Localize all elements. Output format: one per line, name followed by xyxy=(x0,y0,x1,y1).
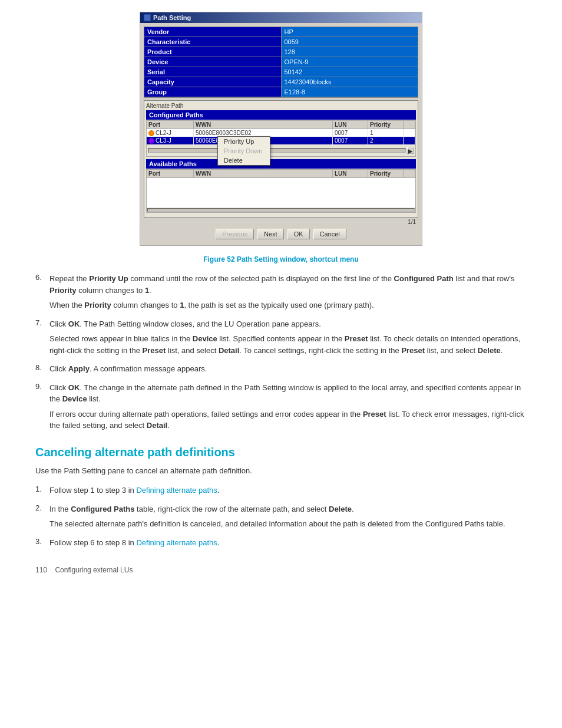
step-6-text: Repeat the Priority Up command until the… xyxy=(49,273,527,296)
cancel-step-2-bold1: Configured Paths xyxy=(71,505,134,513)
cancel-step-2-number: 2. xyxy=(35,503,45,512)
step-9-item: 9. Click OK. The change in the alternate… xyxy=(35,382,527,431)
window-title: Path Setting xyxy=(153,14,191,21)
step-6-sub-val: 1 xyxy=(180,301,184,309)
window-icon xyxy=(144,14,151,21)
step-9-number: 9. xyxy=(35,382,45,391)
next-button[interactable]: Next xyxy=(257,229,284,239)
avail-col-lun: LUN xyxy=(333,170,368,177)
step-7-sub-bold4: Detail xyxy=(219,346,239,355)
menu-delete[interactable]: Delete xyxy=(218,156,270,165)
step-7-item: 7. Click OK. The Path Setting window clo… xyxy=(35,318,527,357)
col-extra xyxy=(404,121,415,129)
row2-port: CL3-J xyxy=(147,137,194,144)
avail-col-extra xyxy=(404,170,415,177)
step-6-sub: When the Priority column changes to 1, t… xyxy=(49,299,527,311)
step-7-sub-bold3: Preset xyxy=(143,346,166,355)
row2-priority: 2 xyxy=(368,137,404,144)
product-value: 128 xyxy=(282,47,418,57)
step-9-text: Click OK. The change in the alternate pa… xyxy=(49,382,527,405)
step-9-sub-bold2: Detail xyxy=(147,421,167,430)
configured-scroll-area: ▶ xyxy=(147,144,415,156)
row1-priority: 1 xyxy=(368,129,404,137)
ok-button[interactable]: OK xyxy=(287,229,310,239)
row2-lun: 0007 xyxy=(333,137,368,144)
step-7-sub-bold2: Preset xyxy=(345,334,368,343)
step-9-bold-cmd: OK xyxy=(68,383,80,392)
cancel-steps-list: 1. Follow step 1 to step 3 in Defining a… xyxy=(35,485,527,548)
cancel-step-2-content: In the Configured Paths table, right-cli… xyxy=(49,503,527,530)
menu-priority-up[interactable]: Priority Up xyxy=(218,137,270,146)
available-scroll-area xyxy=(147,207,415,212)
cancel-step-3-number: 3. xyxy=(35,537,45,546)
field-grid: Vendor HP Characteristic 0059 Product 12… xyxy=(144,27,418,98)
step-7-sub-bold5: Preset xyxy=(401,346,425,355)
menu-priority-down[interactable]: Priority Down xyxy=(218,146,270,156)
page-indicator: 1/1 xyxy=(144,218,418,226)
step-7-content: Click OK. The Path Setting window closes… xyxy=(49,318,527,357)
step-6-bold-cmd: Priority Up xyxy=(89,274,128,283)
avail-col-priority: Priority xyxy=(368,170,404,177)
cancel-step-2-sub: The selected alternate path's definition… xyxy=(49,518,527,530)
step-7-bold-cmd: OK xyxy=(68,319,80,328)
step-6-item: 6. Repeat the Priority Up command until … xyxy=(35,273,527,311)
capacity-label: Capacity xyxy=(144,77,281,87)
step-8-number: 8. xyxy=(35,363,45,372)
context-menu: Priority Up Priority Down Delete xyxy=(217,136,270,166)
alternate-path-section: Alternate Path Configured Paths Port WWN… xyxy=(144,100,418,218)
cancel-step-1-number: 1. xyxy=(35,485,45,493)
step-6-bold-val: 1 xyxy=(145,286,149,295)
group-value: E128-8 xyxy=(282,87,418,97)
serial-label: Serial xyxy=(144,67,281,77)
step-8-content: Click Apply. A confirmation message appe… xyxy=(49,363,527,375)
col-lun: LUN xyxy=(333,121,368,129)
row1-lun: 0007 xyxy=(333,129,368,137)
step-7-text: Click OK. The Path Setting window closes… xyxy=(49,318,527,330)
table-row[interactable]: CL2-J 50060E8003C3DE02 0007 1 xyxy=(147,129,415,137)
step-8-item: 8. Click Apply. A confirmation message a… xyxy=(35,363,527,375)
cancel-step-2-bold2: Delete xyxy=(329,505,352,513)
window-titlebar: Path Setting xyxy=(140,12,422,23)
footer-page-num: 110 xyxy=(35,566,47,574)
cancel-step-3-content: Follow step 6 to step 8 in Defining alte… xyxy=(49,537,527,549)
configured-scrollbar[interactable] xyxy=(148,148,406,153)
figure-caption: Figure 52 Path Setting window, shortcut … xyxy=(35,255,527,263)
serial-value: 50142 xyxy=(282,67,418,77)
device-value: OPEN-9 xyxy=(282,57,418,67)
step-8-bold-cmd: Apply xyxy=(68,364,90,373)
button-row: Previous Next OK Cancel xyxy=(144,226,418,242)
previous-button[interactable]: Previous xyxy=(216,229,254,239)
capacity-value: 14423040blocks xyxy=(282,77,418,87)
table-row[interactable]: CL3-J 50060E8003C3DE2A 0007 2 xyxy=(147,137,415,144)
available-paths-table: Port WWN LUN Priority xyxy=(146,169,416,213)
configured-paths-header: Configured Paths xyxy=(146,110,416,120)
step-7-sub-bold6: Delete xyxy=(478,346,501,355)
col-port: Port xyxy=(147,121,194,129)
cancel-step-1-content: Follow step 1 to step 3 in Defining alte… xyxy=(49,485,527,496)
row1-icon xyxy=(148,130,154,136)
available-paths-header: Available Paths xyxy=(146,159,416,169)
row2-extra xyxy=(404,137,415,144)
available-scrollbar[interactable] xyxy=(147,208,415,212)
group-label: Group xyxy=(144,87,281,97)
cancel-step-3-text: Follow step 6 to step 8 in Defining alte… xyxy=(49,537,527,549)
row1-extra xyxy=(404,129,415,137)
step-6-sub-bold: Priority xyxy=(84,301,111,309)
cancel-step-3-link[interactable]: Defining alternate paths xyxy=(136,538,217,547)
vendor-value: HP xyxy=(282,27,418,37)
vendor-label: Vendor xyxy=(144,27,281,37)
scroll-arrow-right[interactable]: ▶ xyxy=(407,147,414,154)
col-priority: Priority xyxy=(368,121,404,129)
product-label: Product xyxy=(144,47,281,57)
cancel-step-1-link[interactable]: Defining alternate paths xyxy=(136,486,217,495)
step-9-content: Click OK. The change in the alternate pa… xyxy=(49,382,527,431)
row2-icon xyxy=(148,138,154,144)
cancel-step-1-text: Follow step 1 to step 3 in Defining alte… xyxy=(49,485,527,496)
available-paths-body xyxy=(147,178,415,207)
footer-label: Configuring external LUs xyxy=(55,566,133,574)
cancel-button[interactable]: Cancel xyxy=(313,229,346,239)
avail-col-wwn: WWN xyxy=(194,170,333,177)
cancel-step-1-item: 1. Follow step 1 to step 3 in Defining a… xyxy=(35,485,527,496)
footer: 110 Configuring external LUs xyxy=(35,566,527,574)
step-9-sub-bold1: Preset xyxy=(363,410,386,419)
